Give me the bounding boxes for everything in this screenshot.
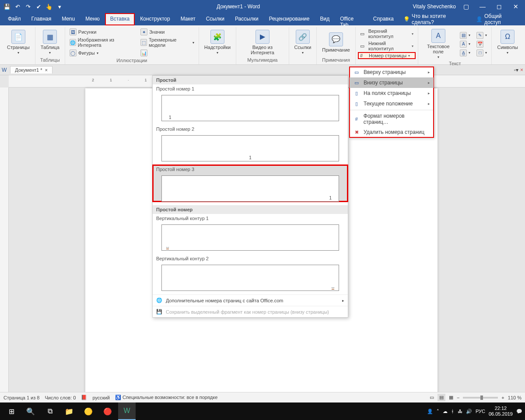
spellcheck-icon[interactable]: ✔	[34, 4, 43, 10]
chrome-icon[interactable]: 🔴	[99, 402, 116, 420]
qat-more-icon[interactable]: ▾	[55, 4, 64, 10]
comment-button[interactable]: 💬Примечание	[319, 32, 353, 53]
undo-icon[interactable]: ↶	[13, 4, 22, 10]
new-tab-icon[interactable]: ▫▾	[514, 67, 518, 73]
tab-menu-en[interactable]: Menu	[56, 13, 80, 25]
menu-bottom-of-page[interactable]: ▭Внизу страницы▸	[350, 77, 434, 88]
tab-design[interactable]: Конструктор	[135, 13, 175, 25]
keyboard-lang[interactable]: РУС	[476, 409, 485, 414]
tab-help[interactable]: Справка	[368, 13, 399, 25]
clock[interactable]: 22:1206.05.2019	[489, 406, 513, 417]
3dmodels-button[interactable]: ⬚Трехмерные модели ▾	[139, 37, 196, 48]
gallery-option-4[interactable]: Вертикальный контур 1 ⎵	[153, 214, 348, 251]
save-icon[interactable]: 💾	[3, 4, 11, 10]
menu-top-of-page[interactable]: ▭Вверху страницы▸	[350, 67, 434, 77]
word-taskbar-icon[interactable]: W	[118, 402, 136, 420]
onedrive-icon[interactable]: ☁	[443, 409, 448, 414]
start-button[interactable]: ⊞	[3, 402, 20, 420]
gallery-option-3[interactable]: Простой номер 3 1	[153, 165, 348, 202]
zoom-level[interactable]: 110 %	[508, 395, 522, 400]
tab-menu-ru[interactable]: Меню	[80, 13, 105, 25]
search-icon[interactable]: 🔍	[22, 402, 39, 420]
close-all-icon[interactable]: ×	[520, 67, 523, 73]
explorer-icon[interactable]: 📁	[60, 402, 78, 420]
tab-officetab[interactable]: Office Tab	[335, 13, 368, 25]
zoom-out-icon[interactable]: −	[457, 395, 459, 400]
vertical-ruler[interactable]	[0, 88, 9, 399]
icons-button[interactable]: ✦Значки	[139, 28, 196, 36]
table-button[interactable]: ▦Таблица▾	[38, 29, 62, 56]
document-tab[interactable]: Документ1 *×	[10, 66, 52, 74]
tab-view[interactable]: Вид	[315, 13, 335, 25]
tab-mailings[interactable]: Рассылки	[230, 13, 264, 25]
gallery-option-1[interactable]: Простой номер 1 1	[153, 84, 348, 121]
status-accessibility[interactable]: ♿ Специальные возможности: все в порядке	[115, 395, 217, 400]
zoom-in-icon[interactable]: +	[501, 395, 504, 400]
menu-current-position[interactable]: ▯Текущее положение▸	[350, 98, 434, 109]
shapes-button[interactable]: ◯Фигуры ▾	[68, 49, 136, 57]
ribbon-options-icon[interactable]: ▢	[459, 3, 472, 10]
status-words[interactable]: Число слов: 0	[45, 395, 76, 400]
pictures-button[interactable]: 🖼Рисунки	[68, 28, 136, 36]
menu-page-margins[interactable]: ▯На полях страницы▸	[350, 88, 434, 98]
share-button[interactable]: 👤Общий доступ	[472, 13, 522, 25]
addins-button[interactable]: 🧩Надстройки▾	[202, 29, 233, 56]
pages-button[interactable]: 📄Страницы▾	[4, 29, 32, 56]
workspace: 21·123 ▭Вверху страницы▸ ▭Внизу страницы…	[0, 75, 525, 399]
yandex-icon[interactable]: 🟡	[80, 402, 97, 420]
tab-review[interactable]: Рецензирование	[264, 13, 315, 25]
wordart-button[interactable]: A▾	[458, 40, 472, 48]
quickparts-button[interactable]: ▤▾	[458, 32, 472, 39]
tab-references[interactable]: Ссылки	[201, 13, 230, 25]
bluetooth-icon[interactable]: ᚼ	[451, 409, 454, 414]
user-name[interactable]: Vitaly Shevchenko	[413, 4, 456, 10]
statusbar: Страница 1 из 8 Число слов: 0 📕 русский …	[0, 392, 525, 402]
bottom-icon: ▭	[353, 79, 360, 86]
header-button[interactable]: ▭Верхний колонтитул▾	[358, 28, 415, 39]
datetime-button[interactable]: 📅	[475, 40, 489, 48]
footer-button[interactable]: ▭Нижний колонтитул▾	[358, 40, 415, 52]
page-number-button[interactable]: #Номер страницы▾	[358, 52, 415, 59]
view-read-icon[interactable]: ▭	[430, 395, 434, 400]
dropcap-button[interactable]: A̲▾	[458, 49, 472, 57]
tab-insert[interactable]: Вставка	[105, 13, 135, 25]
close-icon[interactable]: ✕	[509, 3, 522, 10]
minimize-icon[interactable]: —	[476, 3, 489, 10]
menu-remove-numbers[interactable]: ✖Удалить номера страниц	[350, 127, 434, 137]
tab-layout[interactable]: Макет	[175, 13, 201, 25]
gallery-option-2[interactable]: Простой номер 2 1	[153, 125, 348, 161]
redo-icon[interactable]: ↷	[24, 4, 32, 10]
online-video-button[interactable]: ▶Видео из Интернета	[239, 29, 286, 56]
tray-up-icon[interactable]: ˄	[437, 409, 439, 414]
status-spellcheck[interactable]: 📕	[81, 395, 87, 400]
network-icon[interactable]: 🖧	[458, 409, 462, 414]
volume-icon[interactable]: 🔊	[466, 409, 472, 414]
more-illust-button[interactable]: 📊	[139, 49, 196, 57]
tab-file[interactable]: Файл	[3, 13, 26, 25]
tab-close-icon[interactable]: ×	[45, 67, 48, 73]
status-page[interactable]: Страница 1 из 8	[4, 395, 39, 400]
object-button[interactable]: □▾	[475, 49, 489, 57]
status-language[interactable]: русский	[92, 395, 109, 400]
online-pictures-button[interactable]: 🌐Изображения из Интернета	[68, 37, 136, 48]
links-button[interactable]: 🔗Ссылки▾	[292, 29, 314, 56]
pagenum-icon: #	[360, 53, 367, 58]
gallery-more-office[interactable]: 🌐Дополнительные номера страниц с сайта O…	[153, 294, 348, 306]
taskview-icon[interactable]: ⧉	[41, 402, 59, 420]
textbox-button[interactable]: AТекстовое поле▾	[421, 28, 455, 60]
symbols-button[interactable]: ΩСимволы▾	[494, 29, 521, 56]
touch-icon[interactable]: 👆	[45, 4, 53, 10]
zoom-slider[interactable]	[463, 397, 498, 399]
people-icon[interactable]: 👤	[427, 409, 433, 414]
view-print-icon[interactable]: ▤	[438, 394, 445, 401]
maximize-icon[interactable]: ◻	[493, 3, 506, 10]
view-web-icon[interactable]: ▦	[449, 395, 453, 400]
page-number-menu: ▭Вверху страницы▸ ▭Внизу страницы▸ ▯На п…	[349, 66, 434, 138]
tell-me[interactable]: 💡Что вы хотите сделать?	[399, 13, 472, 25]
notifications-icon[interactable]: 💬	[516, 409, 522, 414]
gallery-option-5[interactable]: Вертикальный контур 2 ⎵	[153, 254, 348, 291]
menu-format-numbers[interactable]: #Формат номеров страниц…	[350, 111, 434, 127]
object-icon: □	[476, 49, 483, 56]
tab-home[interactable]: Главная	[26, 13, 57, 25]
signature-button[interactable]: ✎▾	[475, 32, 489, 39]
